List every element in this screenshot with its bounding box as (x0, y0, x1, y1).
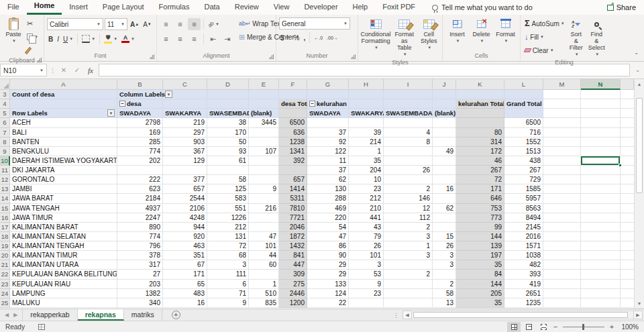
cell-J14[interactable] (433, 194, 456, 203)
cell-L20[interactable]: 1038 (504, 251, 543, 260)
cell-F13[interactable]: 1414 (279, 184, 307, 194)
cell-N11[interactable] (581, 166, 621, 175)
cell-J9[interactable]: 49 (433, 147, 456, 156)
comma-style-button[interactable]: , (302, 32, 307, 44)
menu-tab-view[interactable]: View (266, 0, 297, 15)
cell-H4[interactable] (349, 99, 384, 109)
cell-G8[interactable]: 92 (307, 137, 349, 147)
cell-I7[interactable]: 4 (384, 128, 433, 137)
cell-F21[interactable]: 447 (279, 260, 307, 270)
increase-font-size-button[interactable]: A▲ (129, 18, 140, 30)
font-color-button[interactable]: A▼ (120, 33, 136, 45)
accounting-format-button[interactable]: $▼ (279, 32, 291, 44)
cell-J21[interactable]: 3 (433, 260, 456, 270)
cell-B13[interactable]: 623 (117, 184, 163, 194)
cell-J11[interactable] (433, 166, 456, 175)
cell-M6[interactable] (543, 118, 581, 127)
cell-I17[interactable]: 2 (384, 223, 433, 232)
cell-E16[interactable] (249, 213, 279, 223)
cell-G12[interactable]: 62 (307, 175, 349, 184)
row-header-18[interactable]: 18 (0, 232, 10, 241)
cell-N14[interactable] (581, 194, 621, 203)
cell-H10[interactable]: 35 (349, 156, 384, 166)
cell-N19[interactable] (581, 241, 621, 251)
cell-H11[interactable]: 204 (349, 166, 384, 175)
cell-J7[interactable] (433, 128, 456, 137)
cell-K3[interactable] (456, 90, 504, 99)
cell-D13[interactable]: 125 (207, 184, 249, 194)
cell-E21[interactable]: 60 (249, 260, 279, 270)
row-header-16[interactable]: 16 (0, 213, 10, 223)
cell-H24[interactable]: 23 (349, 289, 384, 298)
cell-I21[interactable] (384, 260, 433, 270)
cell-D25[interactable]: 9 (207, 298, 249, 308)
row-labels-filter-button[interactable]: ▼ (107, 109, 115, 117)
column-header-B[interactable]: B (117, 79, 163, 90)
cell-A11[interactable]: DKI JAKARTA (10, 166, 117, 175)
cell-B12[interactable]: 222 (117, 175, 163, 184)
cell-B22[interactable]: 27 (117, 270, 163, 279)
row-header-17[interactable]: 17 (0, 223, 10, 232)
cell-B8[interactable]: 285 (117, 137, 163, 147)
cell-A17[interactable]: KALIMANTAN BARAT (10, 223, 117, 232)
cell-I15[interactable]: 12 (384, 204, 433, 213)
prev-sheet-button[interactable]: ◀ (0, 312, 13, 318)
cell-G10[interactable]: 11 (307, 156, 349, 166)
cell-G19[interactable]: 86 (307, 241, 349, 251)
cell-A9[interactable]: BENGKULU (10, 147, 117, 156)
format-painter-button[interactable] (25, 44, 40, 56)
cell-O10[interactable] (621, 156, 634, 166)
cell-J10[interactable] (433, 156, 456, 166)
cell-N12[interactable] (581, 175, 621, 184)
cell-O7[interactable] (621, 128, 634, 137)
cell-B3[interactable]: Column Labels▼ (117, 90, 163, 99)
cell-F17[interactable]: 2046 (279, 223, 307, 232)
cell-C11[interactable] (163, 166, 207, 175)
cell-D9[interactable]: 93 (207, 147, 249, 156)
selected-cell-N10[interactable] (581, 156, 621, 166)
cell-G24[interactable]: 124 (307, 289, 349, 298)
share-button[interactable]: Share (607, 3, 644, 11)
cell-I10[interactable] (384, 156, 433, 166)
cell-H21[interactable]: 3 (349, 260, 384, 270)
cell-D11[interactable] (207, 166, 249, 175)
cell-K20[interactable]: 197 (456, 251, 504, 260)
cell-H9[interactable]: 1 (349, 147, 384, 156)
cell-N7[interactable] (581, 128, 621, 137)
zoom-slider[interactable] (563, 327, 604, 327)
cell-H7[interactable]: 39 (349, 128, 384, 137)
cell-A18[interactable]: KALIMANTAN SELATAN (10, 232, 117, 241)
cell-A7[interactable]: BALI (10, 128, 117, 137)
cell-D20[interactable]: 68 (207, 251, 249, 260)
cell-C20[interactable]: 351 (163, 251, 207, 260)
cell-O18[interactable] (621, 232, 634, 241)
cell-O22[interactable] (621, 270, 634, 279)
row-header-8[interactable]: 8 (0, 137, 10, 147)
cell-L13[interactable]: 1585 (504, 184, 543, 194)
cell-K6[interactable] (456, 118, 504, 127)
clipboard-dialog-launcher[interactable] (37, 58, 42, 62)
menu-tab-review[interactable]: Review (227, 0, 266, 15)
select-all-corner[interactable] (0, 79, 10, 90)
cell-K13[interactable]: 171 (456, 184, 504, 194)
collapse-kelurahan-button[interactable]: − (309, 101, 315, 107)
cell-M20[interactable] (543, 251, 581, 260)
cell-L6[interactable]: 6500 (504, 118, 543, 127)
cell-E3[interactable] (249, 90, 279, 99)
cell-J4[interactable] (433, 99, 456, 109)
cell-G21[interactable]: 29 (307, 260, 349, 270)
decrease-decimal-button[interactable]: .00→ (325, 32, 339, 44)
cell-A22[interactable]: KEPULAUAN BANGKA BELITUNG (10, 270, 117, 279)
cell-E19[interactable]: 101 (249, 241, 279, 251)
cell-A10[interactable]: DAERAH ISTIMEWA YOGYAKARTA (10, 156, 117, 166)
cell-K8[interactable]: 314 (456, 137, 504, 147)
cell-M15[interactable] (543, 204, 581, 213)
cell-C23[interactable]: 65 (163, 280, 207, 289)
cell-E24[interactable]: 510 (249, 289, 279, 298)
cell-L3[interactable] (504, 90, 543, 99)
cell-M5[interactable] (543, 109, 581, 118)
bottom-align-button[interactable]: ≡ (188, 18, 201, 30)
cell-J15[interactable]: 62 (433, 204, 456, 213)
menu-tab-home[interactable]: Home (27, 0, 62, 15)
cell-J13[interactable]: 16 (433, 184, 456, 194)
